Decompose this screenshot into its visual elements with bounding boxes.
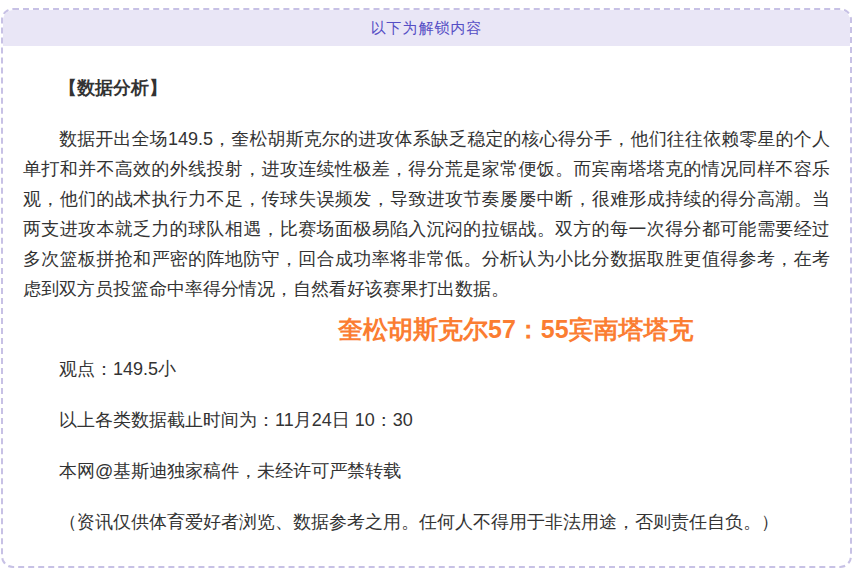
analysis-paragraph: 数据开出全场149.5，奎松胡斯克尔的进攻体系缺乏稳定的核心得分手，他们往往依赖… [23, 124, 830, 304]
score-prediction: 奎松胡斯克尔57：55宾南塔塔克 [338, 315, 830, 343]
copyright-line: 本网@基斯迪独家稿件，未经许可严禁转载 [23, 456, 830, 486]
unlock-banner: 以下为解锁内容 [3, 10, 850, 46]
viewpoint-line: 观点：149.5小 [23, 354, 830, 384]
data-deadline-line: 以上各类数据截止时间为：11月24日 10：30 [23, 405, 830, 435]
article-content: 【数据分析】 数据开出全场149.5，奎松胡斯克尔的进攻体系缺乏稳定的核心得分手… [3, 73, 850, 537]
unlocked-content-panel: 以下为解锁内容 【数据分析】 数据开出全场149.5，奎松胡斯克尔的进攻体系缺乏… [1, 8, 852, 568]
section-title: 【数据分析】 [23, 73, 830, 103]
disclaimer-line: （资讯仅供体育爱好者浏览、数据参考之用。任何人不得用于非法用途，否则责任自负。） [23, 507, 830, 537]
